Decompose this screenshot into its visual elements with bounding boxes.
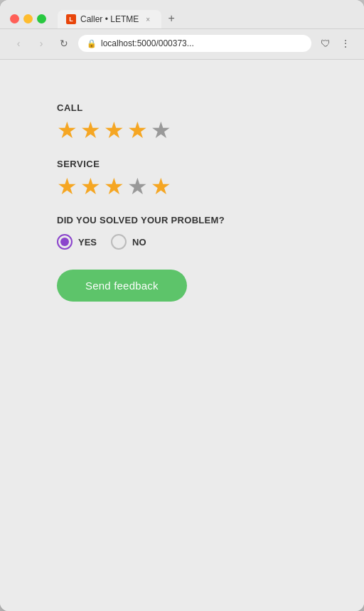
new-tab-button[interactable]: + bbox=[161, 9, 181, 28]
service-label: SERVICE bbox=[57, 159, 100, 169]
tab-favicon: L bbox=[66, 14, 76, 24]
menu-button[interactable]: ⋮ bbox=[337, 35, 354, 52]
minimize-button[interactable] bbox=[23, 14, 33, 23]
title-bar: L Caller • LETME × + bbox=[0, 0, 364, 29]
service-star-5[interactable]: ★ bbox=[151, 175, 171, 198]
no-label: NO bbox=[132, 237, 146, 248]
back-button[interactable]: ‹ bbox=[10, 35, 27, 52]
call-star-2[interactable]: ★ bbox=[80, 119, 101, 142]
call-star-5[interactable]: ★ bbox=[151, 119, 171, 142]
address-text: localhost:5000/000373... bbox=[101, 38, 194, 48]
call-stars-row: ★ ★ ★ ★ ★ bbox=[57, 119, 171, 142]
tab-close-button[interactable]: × bbox=[143, 14, 153, 24]
maximize-button[interactable] bbox=[37, 14, 46, 23]
yes-radio[interactable] bbox=[57, 234, 73, 250]
service-star-3[interactable]: ★ bbox=[104, 175, 124, 198]
active-tab[interactable]: L Caller • LETME × bbox=[58, 10, 161, 28]
address-actions: 🛡 ⋮ bbox=[317, 35, 354, 52]
question-label: DID YOU SOLVED YOUR PROBLEM? bbox=[57, 215, 225, 225]
call-star-3[interactable]: ★ bbox=[104, 119, 124, 142]
tab-bar: L Caller • LETME × + bbox=[58, 9, 354, 28]
call-star-4[interactable]: ★ bbox=[127, 119, 148, 142]
service-star-2[interactable]: ★ bbox=[80, 175, 101, 198]
address-bar: ‹ › ↻ 🔒 localhost:5000/000373... 🛡 ⋮ bbox=[0, 29, 364, 60]
address-field[interactable]: 🔒 localhost:5000/000373... bbox=[78, 35, 311, 52]
service-stars-row: ★ ★ ★ ★ ★ bbox=[57, 175, 171, 198]
browser-window: L Caller • LETME × + ‹ › ↻ 🔒 localhost:5… bbox=[0, 0, 364, 611]
send-feedback-button[interactable]: Send feedback bbox=[57, 270, 187, 302]
traffic-lights bbox=[10, 14, 46, 23]
extensions-button[interactable]: 🛡 bbox=[317, 35, 334, 52]
tab-title: Caller • LETME bbox=[80, 14, 139, 24]
no-option[interactable]: NO bbox=[111, 234, 146, 250]
call-label: CALL bbox=[57, 102, 83, 113]
yes-radio-inner bbox=[60, 238, 69, 246]
yes-label: YES bbox=[78, 237, 97, 248]
page-content: CALL ★ ★ ★ ★ ★ SERVICE ★ ★ ★ ★ ★ DID YOU… bbox=[0, 60, 364, 611]
refresh-button[interactable]: ↻ bbox=[55, 35, 73, 52]
no-radio[interactable] bbox=[111, 234, 127, 250]
yes-option[interactable]: YES bbox=[57, 234, 97, 250]
close-button[interactable] bbox=[10, 14, 19, 23]
forward-button[interactable]: › bbox=[33, 35, 50, 52]
service-star-1[interactable]: ★ bbox=[57, 175, 77, 198]
lock-icon: 🔒 bbox=[87, 39, 97, 48]
title-bar-top: L Caller • LETME × + bbox=[10, 9, 354, 28]
radio-group: YES NO bbox=[57, 234, 146, 250]
service-star-4[interactable]: ★ bbox=[127, 175, 148, 198]
call-star-1[interactable]: ★ bbox=[57, 119, 77, 142]
